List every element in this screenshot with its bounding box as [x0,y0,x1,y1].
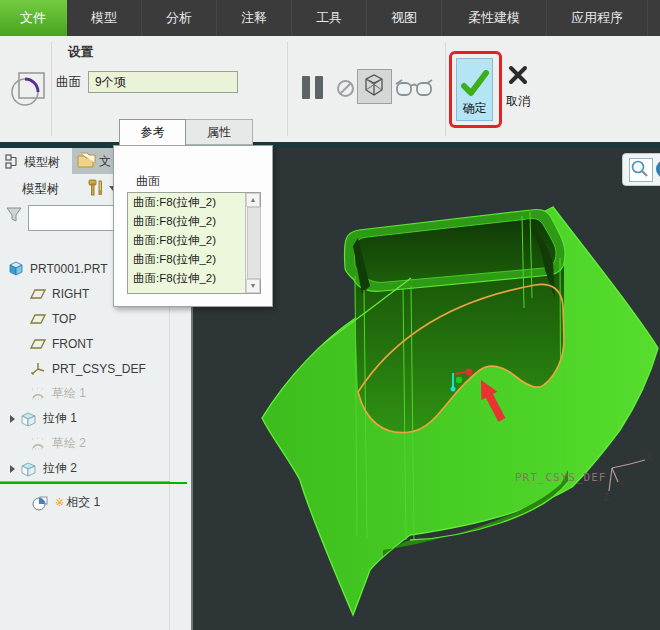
tab-annotate[interactable]: 注释 [217,0,292,36]
axis-z-label: Z [603,492,609,503]
tab-model[interactable]: 模型 [67,0,142,36]
new-feature-asterisk: ※ [55,496,64,509]
group-label: 设置 [68,44,93,61]
no-preview-button[interactable] [336,79,355,98]
extrude-icon [20,411,37,427]
extrude-icon [20,461,37,477]
list-item[interactable]: 曲面:F8(拉伸_2) [128,193,260,212]
sketch-icon [30,386,46,401]
axis-x-label: X [646,451,652,462]
expand-arrow-icon[interactable] [10,465,15,473]
tree-row-extrude-2[interactable]: 拉伸 2 [0,456,180,481]
csys-label[interactable]: PRT_CSYS_DEF [515,471,606,484]
intersect-feature-icon [10,71,48,109]
tree-row-label: 拉伸 2 [43,460,77,477]
tab-properties[interactable]: 属性 [186,119,253,145]
sketch-icon [30,436,46,451]
canvas-mini-toolbar [622,153,660,186]
tab-applications[interactable]: 应用程序 [547,0,648,36]
drag-handle-red-dot[interactable] [466,369,473,376]
list-item[interactable]: 曲面:F8(拉伸_2) [128,269,260,288]
tab-file[interactable]: 文件 [0,0,67,36]
datum-plane-icon [30,312,46,326]
list-item[interactable]: 曲面:F8(拉伸_2) [128,212,260,231]
popup-surface-label: 曲面 [136,173,160,190]
surface-reference-list[interactable]: 曲面:F8(拉伸_2) 曲面:F8(拉伸_2) 曲面:F8(拉伸_2) 曲面:F… [127,192,261,294]
ribbon-separator [287,42,288,136]
tab-analysis[interactable]: 分析 [142,0,217,36]
magnifier-icon [630,159,650,179]
tree-row-label: TOP [52,312,76,326]
csys-axes [609,460,645,491]
tree-row-label: 相交 1 [66,494,100,511]
tree-row-label: 草绘 2 [52,435,86,452]
list-item[interactable]: 曲面:F8(拉伸_2) [128,231,260,250]
tree-row-extrude-1[interactable]: 拉伸 1 [0,406,180,431]
references-popup: 曲面 曲面:F8(拉伸_2) 曲面:F8(拉伸_2) 曲面:F8(拉伸_2) 曲… [113,145,273,307]
tree-row-front-plane[interactable]: FRONT [0,331,200,356]
application-window: 文件 模型 分析 注释 工具 视图 柔性建模 应用程序 设置 曲面 [0,0,660,630]
tree-row-label: RIGHT [52,287,89,301]
tree-row-label: 拉伸 1 [43,410,77,427]
csys-icon [30,361,46,376]
cancel-button[interactable]: 取消 [499,60,537,116]
wireframe-box-icon [358,70,389,101]
preview-geometry-button[interactable] [357,69,392,104]
tree-row-sketch-1[interactable]: 草绘 1 [0,381,200,406]
tree-row-label: 草绘 1 [52,385,86,402]
expand-arrow-icon[interactable] [10,415,15,423]
scroll-down-icon[interactable]: ▼ [246,279,260,293]
glasses-verify-button[interactable] [394,78,434,100]
tree-title: 模型树 [22,181,60,198]
tab-view[interactable]: 视图 [367,0,442,36]
cancel-x-icon [507,64,529,86]
tree-tools-button[interactable] [86,178,106,198]
drag-handle-cyan-dot[interactable] [451,387,456,392]
refit-button[interactable] [655,159,660,179]
folder-tab-label: 文 [99,153,111,170]
tab-tools[interactable]: 工具 [292,0,367,36]
cancel-button-label: 取消 [506,93,530,110]
part-icon [8,261,24,276]
pause-button[interactable] [300,75,326,100]
tab-model-tree[interactable]: 模型树 [24,154,60,171]
tree-row-intersect-1[interactable]: ※ 相交 1 [0,490,202,515]
drag-handle-green-dot[interactable] [456,377,462,383]
scroll-up-icon[interactable]: ▲ [246,193,260,207]
folders-icon [76,152,96,170]
list-scrollbar[interactable]: ▲ ▼ [245,193,260,293]
surface-collector-input[interactable] [88,71,238,93]
tree-row-label: FRONT [52,337,93,351]
datum-plane-icon [30,287,46,301]
surface-field-label: 曲面 [56,74,81,91]
menubar: 文件 模型 分析 注释 工具 视图 柔性建模 应用程序 [0,0,660,36]
datum-plane-icon [30,337,46,351]
filter-icon[interactable] [5,206,23,224]
intersect-icon [32,495,49,511]
annotation-red-box [449,51,502,128]
scrollbar-thumb[interactable] [247,207,261,279]
ribbon-dashboard: 设置 曲面 [0,36,660,142]
tree-row-label: PRT0001.PRT [30,262,108,276]
tab-flexible-modeling[interactable]: 柔性建模 [442,0,547,36]
tree-row-label: PRT_CSYS_DEF [52,362,146,376]
zoom-button[interactable] [629,158,653,182]
insert-locator-line[interactable] [0,482,187,484]
tab-folder-browser[interactable]: 文 [72,148,113,174]
ribbon-separator [51,42,52,136]
tree-row-top-plane[interactable]: TOP [0,306,200,331]
axis-y-label: Y [619,478,625,489]
list-item[interactable]: 曲面:F8(拉伸_2) [128,250,260,269]
ribbon-separator [445,42,446,136]
tree-row-sketch-2[interactable]: 草绘 2 [0,431,200,456]
tab-references[interactable]: 参考 [119,119,186,145]
tree-view-icon [5,154,20,169]
tree-row-csys[interactable]: PRT_CSYS_DEF [0,356,200,381]
